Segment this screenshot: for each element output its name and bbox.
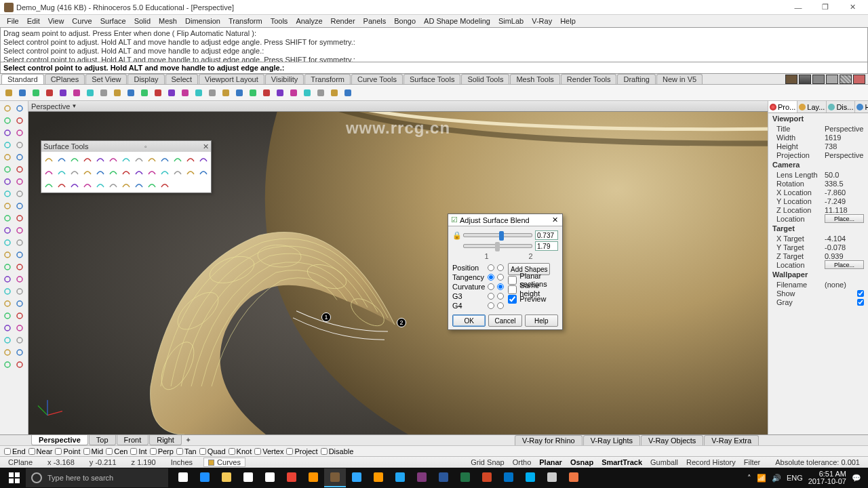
status-planar[interactable]: Planar	[535, 458, 566, 466]
tab-properties[interactable]: Pro...	[768, 101, 797, 113]
side-tool-39[interactable]	[14, 334, 25, 346]
open-icon[interactable]	[16, 87, 28, 99]
zoom-ext-icon[interactable]	[165, 87, 178, 99]
surface-tool-16[interactable]	[81, 166, 94, 178]
status-gumball[interactable]: Gumball	[646, 458, 682, 466]
surface-tool-25[interactable]	[197, 166, 210, 178]
surface-tool-9[interactable]	[159, 153, 171, 165]
side-tool-42[interactable]	[1, 359, 13, 370]
taskbar-edge-icon[interactable]	[194, 468, 216, 487]
tooltab-viewport-layout[interactable]: Viewport Layout	[199, 74, 264, 84]
side-tool-37[interactable]	[14, 322, 25, 333]
continuity-1-g4[interactable]	[488, 302, 494, 309]
osnap-knot[interactable]: Knot	[229, 447, 252, 455]
status-grid-snap[interactable]: Grid Snap	[467, 458, 509, 466]
taskbar-illustrator-icon[interactable]	[368, 468, 389, 487]
taskbar-chrome-icon[interactable]	[281, 468, 302, 487]
osnap-quad[interactable]: Quad	[199, 447, 226, 455]
print-icon[interactable]	[43, 87, 56, 99]
pan-icon[interactable]	[125, 87, 137, 99]
surface-tool-31[interactable]	[107, 179, 119, 191]
toggle-shade-icon[interactable]	[812, 75, 825, 84]
side-tool-26[interactable]	[1, 261, 13, 272]
osnap-mid[interactable]: Mid	[83, 447, 104, 455]
command-input[interactable]	[3, 64, 559, 72]
zoom-win-icon[interactable]	[179, 87, 191, 99]
osnap-tan[interactable]: Tan	[176, 447, 197, 455]
tooltab-set-view[interactable]: Set View	[85, 74, 127, 84]
tab-layers[interactable]: Lay...	[797, 101, 827, 113]
side-tool-16[interactable]	[1, 200, 13, 211]
undo-icon[interactable]	[98, 87, 110, 99]
toolbox-min-icon[interactable]: ◦	[144, 142, 147, 150]
menu-bongo[interactable]: Bongo	[390, 16, 420, 26]
surface-tool-7[interactable]	[133, 153, 145, 165]
side-tool-5[interactable]	[14, 127, 25, 138]
surface-tool-33[interactable]	[133, 179, 145, 191]
vraytab-v-ray-for-rhino[interactable]: V-Ray for Rhino	[515, 435, 583, 445]
slider-1[interactable]	[463, 233, 532, 237]
surface-tool-11[interactable]	[184, 153, 197, 165]
tooltab-render-tools[interactable]: Render Tools	[561, 74, 617, 84]
start-button[interactable]	[3, 468, 26, 487]
surface-tool-1[interactable]	[56, 153, 68, 165]
lock-icon[interactable]	[260, 87, 273, 99]
zoom-icon[interactable]	[152, 87, 164, 99]
menu-solid[interactable]: Solid	[130, 16, 155, 26]
save-icon[interactable]	[30, 87, 42, 99]
preview-checkbox[interactable]	[508, 295, 517, 304]
vraytab-v-ray-lights[interactable]: V-Ray Lights	[583, 435, 640, 445]
tray-notif-icon[interactable]: 💬	[852, 474, 861, 483]
options-icon[interactable]	[328, 87, 340, 99]
ok-button[interactable]: OK	[452, 314, 486, 327]
command-prompt[interactable]	[0, 62, 868, 74]
surface-tool-32[interactable]	[120, 179, 132, 191]
side-tool-35[interactable]	[14, 310, 25, 321]
system-tray[interactable]: ˄ 📶 🔊 ENG 6:51 AM 2017-10-07 💬	[743, 470, 865, 485]
hide-icon[interactable]	[233, 87, 245, 99]
continuity-2-g4[interactable]	[497, 302, 504, 309]
menu-help[interactable]: Help	[556, 16, 580, 26]
adjust-surface-blend-dialog[interactable]: ☑ Adjust Surface Blend ✕ 🔒 12	[448, 214, 563, 330]
slider-2[interactable]	[463, 244, 532, 248]
toggle-mat-icon[interactable]	[826, 75, 838, 84]
viewtab-right[interactable]: Right	[149, 435, 182, 445]
side-tool-15[interactable]	[14, 188, 25, 199]
surface-tool-28[interactable]	[68, 179, 81, 191]
menu-curve[interactable]: Curve	[68, 16, 96, 26]
menu-v-ray[interactable]: V-Ray	[528, 16, 556, 26]
side-tool-32[interactable]	[1, 298, 13, 309]
surface-tool-26[interactable]	[43, 179, 55, 191]
new-icon[interactable]	[3, 87, 15, 99]
menu-analyze[interactable]: Analyze	[292, 16, 326, 26]
prop-btn-location[interactable]: Place...	[825, 214, 864, 223]
continuity-1-curvature[interactable]	[488, 283, 494, 290]
handle-badge-1[interactable]: 1	[321, 312, 331, 322]
tooltab-surface-tools[interactable]: Surface Tools	[403, 74, 460, 84]
toggle-wire-icon[interactable]	[799, 75, 811, 84]
osnap-point[interactable]: Point	[55, 447, 80, 455]
osnap-cen[interactable]: Cen	[106, 447, 127, 455]
menu-file[interactable]: File	[3, 16, 23, 26]
planar-sections-checkbox[interactable]	[508, 276, 517, 285]
menu-edit[interactable]: Edit	[23, 16, 44, 26]
toggle-grid-icon[interactable]	[840, 75, 852, 84]
toggle-extra-icon[interactable]	[853, 75, 865, 84]
tray-lang[interactable]: ENG	[787, 474, 803, 482]
tooltab-visibility[interactable]: Visibility	[265, 74, 304, 84]
status-ortho[interactable]: Ortho	[509, 458, 536, 466]
side-tool-0[interactable]	[1, 102, 13, 114]
viewtab-top[interactable]: Top	[89, 435, 116, 445]
menu-ad-shape-modeling[interactable]: AD Shape Modeling	[420, 16, 494, 26]
surface-tool-30[interactable]	[94, 179, 106, 191]
taskbar-onenote-icon[interactable]	[411, 468, 433, 487]
side-tool-20[interactable]	[1, 224, 13, 236]
prop-chk-gray[interactable]	[857, 299, 864, 306]
taskbar-outlook-icon[interactable]	[498, 468, 519, 487]
prop-chk-show[interactable]	[857, 290, 864, 297]
side-tool-6[interactable]	[1, 139, 13, 150]
side-tool-38[interactable]	[1, 334, 13, 346]
side-tool-40[interactable]	[1, 346, 13, 358]
side-tool-19[interactable]	[14, 212, 25, 224]
tooltab-new-in-v5[interactable]: New in V5	[656, 74, 703, 84]
